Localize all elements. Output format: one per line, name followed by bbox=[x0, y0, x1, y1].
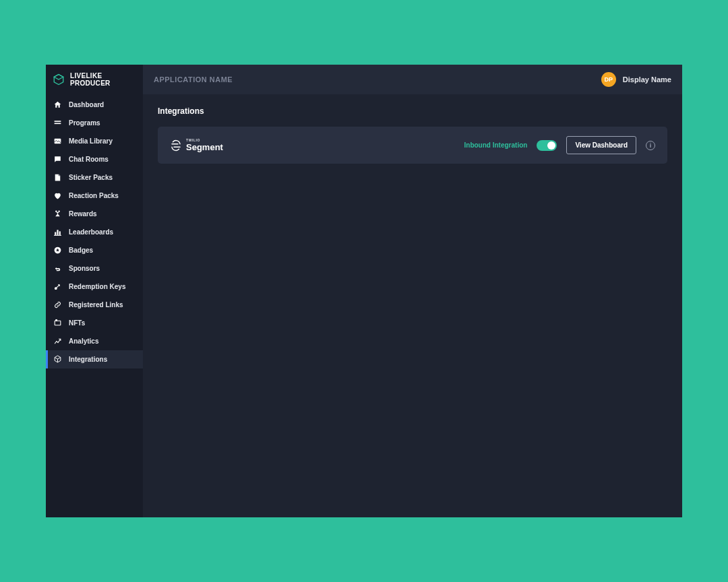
user-name: Display Name bbox=[623, 75, 671, 84]
svg-point-4 bbox=[58, 211, 59, 212]
sidebar-item-registered-links[interactable]: Registered Links bbox=[46, 296, 143, 314]
sidebar-item-redemption-keys[interactable]: Redemption Keys bbox=[46, 278, 143, 296]
links-icon bbox=[53, 300, 62, 310]
sidebar-item-label: Reaction Packs bbox=[69, 192, 119, 199]
sidebar-item-label: Badges bbox=[69, 247, 93, 254]
sidebar-item-label: Sticker Packs bbox=[69, 174, 113, 181]
vendor-name: Segment bbox=[186, 143, 223, 152]
keys-icon bbox=[53, 282, 62, 292]
sidebar-item-label: Dashboard bbox=[69, 101, 104, 108]
app-window: LIVELIKE PRODUCER Dashboard Programs Med… bbox=[46, 65, 682, 517]
integrations-icon bbox=[53, 355, 62, 364]
user-menu[interactable]: DP Display Name bbox=[601, 72, 671, 87]
media-icon bbox=[53, 137, 62, 146]
sidebar-item-badges[interactable]: Badges bbox=[46, 241, 143, 259]
sidebar-item-label: Media Library bbox=[69, 137, 113, 145]
sidebar-nav: Dashboard Programs Media Library Chat Ro… bbox=[46, 94, 143, 368]
sidebar-item-chat-rooms[interactable]: Chat Rooms bbox=[46, 150, 143, 168]
toggle-knob bbox=[547, 141, 555, 150]
sidebar-item-media-library[interactable]: Media Library bbox=[46, 132, 143, 150]
sidebar-item-label: Integrations bbox=[69, 356, 107, 363]
brand-label: LIVELIKE PRODUCER bbox=[70, 72, 136, 87]
brand-logo-icon bbox=[53, 73, 65, 86]
inbound-toggle[interactable] bbox=[537, 140, 557, 151]
sponsors-icon bbox=[53, 264, 62, 273]
programs-icon bbox=[53, 119, 62, 128]
sidebar-item-nfts[interactable]: NFTs bbox=[46, 314, 143, 332]
leaderboard-icon bbox=[53, 228, 62, 237]
sidebar-item-label: Rewards bbox=[69, 210, 97, 218]
segment-logo-icon bbox=[170, 139, 182, 152]
sidebar-item-label: Analytics bbox=[69, 337, 98, 345]
integration-vendor: TWILIO Segment bbox=[170, 139, 223, 152]
sidebar-item-label: Registered Links bbox=[69, 301, 123, 309]
brand: LIVELIKE PRODUCER bbox=[46, 65, 143, 94]
svg-rect-8 bbox=[54, 235, 61, 236]
integration-controls: Inbound Integration View Dashboard i bbox=[464, 136, 656, 154]
sidebar-item-rewards[interactable]: Rewards bbox=[46, 205, 143, 223]
sidebar-item-reaction-packs[interactable]: Reaction Packs bbox=[46, 187, 143, 205]
svg-point-10 bbox=[55, 288, 57, 290]
info-icon[interactable]: i bbox=[646, 141, 655, 150]
sidebar-item-leaderboards[interactable]: Leaderboards bbox=[46, 223, 143, 241]
sidebar-item-analytics[interactable]: Analytics bbox=[46, 332, 143, 350]
inbound-integration-label: Inbound Integration bbox=[464, 141, 528, 149]
sidebar: LIVELIKE PRODUCER Dashboard Programs Med… bbox=[46, 65, 143, 517]
integration-card-segment: TWILIO Segment Inbound Integration View … bbox=[158, 127, 667, 164]
analytics-icon bbox=[53, 337, 62, 346]
svg-rect-7 bbox=[59, 231, 60, 234]
sidebar-item-integrations[interactable]: Integrations bbox=[46, 350, 143, 368]
chat-icon bbox=[53, 155, 62, 164]
sticker-icon bbox=[53, 173, 62, 183]
topbar: APPLICATION NAME DP Display Name bbox=[143, 65, 682, 94]
sidebar-item-label: NFTs bbox=[69, 319, 85, 327]
svg-rect-0 bbox=[54, 121, 61, 122]
view-dashboard-button[interactable]: View Dashboard bbox=[566, 136, 636, 154]
page-title: Integrations bbox=[158, 106, 667, 116]
svg-point-3 bbox=[55, 211, 57, 212]
nfts-icon bbox=[53, 319, 62, 328]
svg-rect-12 bbox=[55, 320, 57, 321]
reaction-icon bbox=[53, 191, 62, 201]
svg-rect-1 bbox=[54, 123, 61, 125]
sidebar-item-label: Programs bbox=[69, 119, 100, 127]
sidebar-item-programs[interactable]: Programs bbox=[46, 114, 143, 132]
content: Integrations TWILIO Segment bbox=[143, 94, 682, 517]
sidebar-item-label: Leaderboards bbox=[69, 228, 113, 236]
sidebar-item-dashboard[interactable]: Dashboard bbox=[46, 96, 143, 114]
sidebar-item-sponsors[interactable]: Sponsors bbox=[46, 259, 143, 278]
rewards-icon bbox=[53, 209, 62, 219]
home-icon bbox=[53, 100, 62, 110]
main: APPLICATION NAME DP Display Name Integra… bbox=[143, 65, 682, 517]
sidebar-item-label: Redemption Keys bbox=[69, 283, 125, 290]
application-name: APPLICATION NAME bbox=[154, 75, 233, 84]
svg-rect-11 bbox=[55, 321, 61, 325]
svg-rect-5 bbox=[55, 232, 56, 235]
avatar: DP bbox=[601, 72, 616, 87]
sidebar-item-label: Sponsors bbox=[69, 265, 100, 272]
svg-rect-6 bbox=[57, 230, 58, 235]
sidebar-item-label: Chat Rooms bbox=[69, 156, 109, 163]
badges-icon bbox=[53, 246, 62, 255]
sidebar-item-sticker-packs[interactable]: Sticker Packs bbox=[46, 168, 143, 187]
